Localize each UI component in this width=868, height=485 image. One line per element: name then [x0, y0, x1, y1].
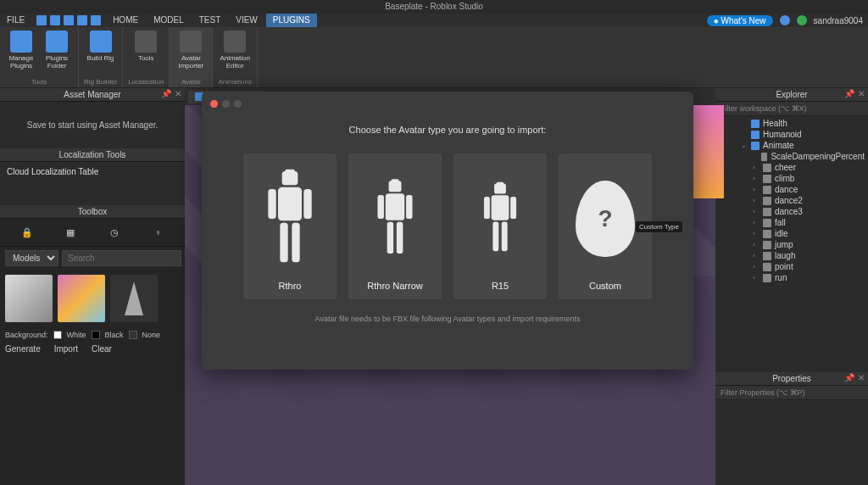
localization-tools-title: Localization Tools — [59, 150, 126, 159]
explorer-tree[interactable]: Health Humanoid⌄Animate ScaleDampeningPe… — [715, 116, 868, 372]
ribbon-group-animations: Animation Editor Animations — [213, 27, 258, 87]
toolbox-category-select[interactable]: Models — [5, 250, 58, 266]
plugins-folder-button[interactable]: Plugins Folder — [41, 29, 73, 70]
menu-file[interactable]: FILE — [0, 14, 31, 27]
pin-icon[interactable]: 📌 — [161, 89, 171, 98]
toolbox-tab-creations[interactable]: ♀ — [149, 224, 166, 241]
close-icon[interactable]: ✕ — [175, 89, 181, 98]
toolbox-item[interactable] — [110, 275, 158, 322]
build-rig-button[interactable]: Build Rig — [85, 29, 117, 62]
tree-node[interactable]: ›dance3 — [715, 206, 868, 217]
clear-button[interactable]: Clear — [92, 344, 112, 354]
toolbox-tab-recent[interactable]: ◷ — [106, 224, 123, 241]
tree-node[interactable]: Health — [715, 118, 868, 129]
toolbox-search-input[interactable] — [62, 250, 181, 266]
toolbox-header[interactable]: Toolbox — [0, 205, 185, 219]
menu-home[interactable]: HOME — [106, 14, 145, 27]
ribbon: Manage Plugins Plugins Folder Tools Buil… — [0, 27, 868, 88]
avatar-type-card-r15[interactable]: R15 — [453, 153, 547, 299]
explorer-header[interactable]: Explorer 📌 ✕ — [715, 88, 868, 102]
tree-node[interactable]: ›point — [715, 261, 868, 272]
generate-button[interactable]: Generate — [5, 344, 41, 354]
tree-node[interactable]: ›dance2 — [715, 195, 868, 206]
avatar-type-card-rthro-narrow[interactable]: Rthro Narrow — [348, 153, 442, 299]
animation-editor-button[interactable]: Animation Editor — [219, 29, 251, 70]
qat-undo-icon[interactable] — [50, 15, 60, 25]
svg-rect-7 — [292, 223, 299, 263]
menu-view[interactable]: VIEW — [229, 14, 264, 27]
svg-rect-3 — [278, 187, 302, 221]
avatar-importer-icon — [180, 31, 202, 53]
modal-title: Choose the Avatar type you are going to … — [209, 125, 687, 135]
import-button[interactable]: Import — [54, 344, 78, 354]
window-titlebar: Baseplate - Roblox Studio — [0, 0, 868, 14]
card-label: Rthro — [247, 281, 333, 291]
properties-header[interactable]: Properties 📌 ✕ — [715, 372, 868, 386]
toolbox-tabs: 🔒 ▦ ◷ ♀ — [0, 219, 185, 247]
avatar-type-card-custom[interactable]: ?Custom TypeCustom — [559, 153, 652, 299]
bg-none-swatch[interactable] — [129, 331, 137, 339]
manage-plugins-button[interactable]: Manage Plugins — [5, 29, 37, 70]
bg-black-swatch[interactable] — [92, 331, 100, 339]
avatar-type-card-rthro[interactable]: Rthro — [243, 153, 337, 299]
qat-stop-icon[interactable] — [91, 15, 101, 25]
ribbon-group-tools-label: Tools — [31, 78, 47, 86]
qat-save-icon[interactable] — [36, 15, 47, 25]
svg-rect-9 — [391, 179, 398, 184]
asset-manager-body: Save to start using Asset Manager. — [0, 102, 185, 148]
avatar-importer-button[interactable]: Avatar Importer — [175, 29, 207, 70]
menu-plugins[interactable]: PLUGINS — [266, 14, 317, 27]
tree-node[interactable]: ›jump — [715, 239, 868, 250]
svg-rect-14 — [397, 222, 403, 254]
modal-footer-text: Avatar file needs to be FBX file followi… — [209, 315, 687, 323]
bg-white-swatch[interactable] — [53, 331, 62, 339]
left-dock: Asset Manager 📌 ✕ Save to start using As… — [0, 88, 185, 485]
explorer-filter[interactable]: Filter workspace (⌥ ⌘X) — [715, 102, 868, 116]
maximize-window-icon[interactable] — [234, 100, 242, 108]
menubar: FILE HOME MODEL TEST VIEW PLUGINS ● What… — [0, 14, 868, 27]
toolbox-search-row: Models 🔍 — [0, 247, 185, 270]
tree-node[interactable]: Humanoid — [715, 129, 868, 140]
menu-test[interactable]: TEST — [192, 14, 228, 27]
tree-node[interactable]: ›idle — [715, 228, 868, 239]
qat-play-icon[interactable] — [77, 15, 87, 25]
tree-node[interactable]: ⌄Animate — [715, 140, 868, 151]
tree-node[interactable]: ScaleDampeningPercent — [715, 151, 868, 162]
localization-tools-header[interactable]: Localization Tools — [0, 148, 185, 162]
toolbox-tab-marketplace[interactable]: 🔒 — [19, 224, 36, 241]
tree-node[interactable]: ›fall — [715, 217, 868, 228]
localization-tools-button[interactable]: Tools — [130, 29, 162, 62]
minimize-window-icon[interactable] — [222, 100, 230, 108]
properties-title: Properties — [772, 374, 811, 383]
properties-filter[interactable]: Filter Properties (⌥ ⌘P) — [715, 386, 868, 400]
svg-rect-21 — [502, 221, 508, 251]
close-icon[interactable]: ✕ — [858, 373, 865, 382]
tree-node[interactable]: ›dance — [715, 184, 868, 195]
close-window-icon[interactable] — [210, 100, 218, 108]
asset-manager-header[interactable]: Asset Manager 📌 ✕ — [0, 88, 185, 102]
tree-node[interactable]: ›cheer — [715, 162, 868, 173]
svg-rect-18 — [484, 197, 490, 219]
tree-node[interactable]: ›laugh — [715, 250, 868, 261]
tree-node[interactable]: ›climb — [715, 173, 868, 184]
ribbon-group-animations-label: Animations — [218, 78, 252, 86]
tree-node[interactable]: ›run — [715, 272, 868, 283]
menu-model[interactable]: MODEL — [147, 14, 191, 27]
toolbox-item[interactable] — [58, 275, 105, 322]
username-label[interactable]: sandraa9004 — [814, 16, 863, 25]
ribbon-group-avatar-label: Avatar — [181, 78, 201, 86]
tooltip: Custom Type — [636, 221, 682, 232]
pin-icon[interactable]: 📌 — [844, 373, 854, 382]
animation-editor-icon — [224, 31, 246, 53]
share-icon[interactable] — [797, 15, 807, 25]
localization-tools-icon — [135, 31, 157, 53]
pin-icon[interactable]: 📌 — [844, 89, 854, 98]
close-icon[interactable]: ✕ — [858, 89, 865, 98]
qat-redo-icon[interactable] — [64, 15, 74, 25]
build-rig-icon — [90, 31, 112, 53]
toolbox-item[interactable] — [5, 275, 53, 322]
collab-icon[interactable] — [780, 15, 790, 25]
whats-new-button[interactable]: ● What's New — [707, 15, 773, 26]
toolbox-tab-inventory[interactable]: ▦ — [62, 224, 79, 241]
toolbox-results — [0, 270, 185, 327]
